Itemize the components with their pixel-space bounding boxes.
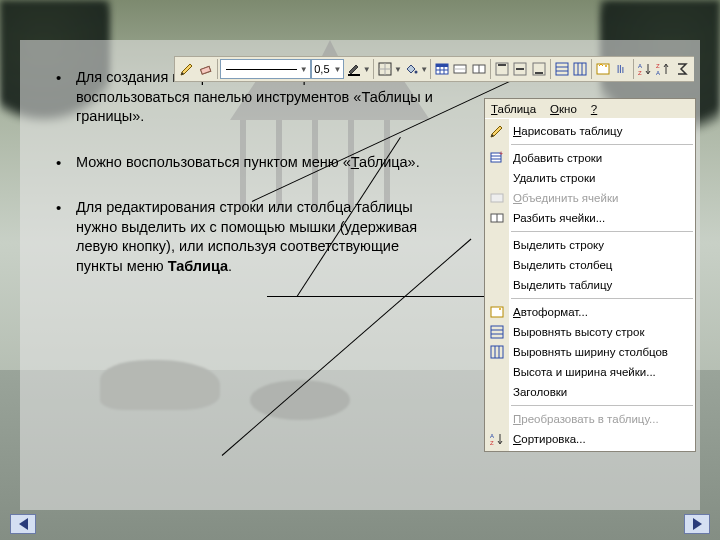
shading-color-button[interactable] — [402, 58, 420, 80]
merge-icon — [488, 190, 506, 206]
next-slide-button[interactable] — [684, 514, 710, 534]
align-bottom-button[interactable] — [530, 58, 548, 80]
dist-rows-icon — [488, 324, 506, 340]
pencil-icon — [488, 123, 506, 139]
table-menu-popup: Таблица Окно ? Нарисовать таблицу + Доба… — [484, 98, 696, 452]
menubar-help[interactable]: ? — [591, 103, 597, 115]
menu-headings[interactable]: Заголовки — [485, 382, 695, 402]
eraser-button[interactable] — [196, 58, 214, 80]
triangle-left-icon — [19, 518, 28, 530]
sort-asc-button[interactable]: AZ — [636, 58, 654, 80]
svg-rect-19 — [516, 68, 524, 70]
svg-rect-44 — [491, 326, 503, 338]
menu-insert-rows[interactable]: + Добавить строки — [485, 148, 695, 168]
menu-select-col[interactable]: Выделить столбец — [485, 255, 695, 275]
menu-cell-hw[interactable]: Высота и ширина ячейки... — [485, 362, 695, 382]
border-grid-icon — [377, 61, 393, 77]
svg-text:Z: Z — [656, 63, 660, 69]
table-icon — [434, 61, 450, 77]
svg-rect-21 — [535, 72, 543, 74]
insert-rows-icon: + — [488, 150, 506, 166]
autosum-button[interactable] — [673, 58, 691, 80]
svg-rect-39 — [491, 194, 503, 202]
svg-point-43 — [499, 308, 501, 310]
menu-merge-cells: Объединить ячейки — [485, 188, 695, 208]
sort-desc-button[interactable]: ZA — [654, 58, 672, 80]
align-middle-icon — [512, 61, 528, 77]
distribute-rows-button[interactable] — [553, 58, 571, 80]
merge-icon — [452, 61, 468, 77]
menu-delete-rows[interactable]: Удалить строки — [485, 168, 695, 188]
prev-slide-button[interactable] — [10, 514, 36, 534]
svg-text:A: A — [656, 70, 660, 76]
svg-text:Z: Z — [490, 440, 494, 446]
text-direction-icon: llı — [614, 61, 630, 77]
menu-split-cells[interactable]: Разбить ячейки... — [485, 208, 695, 228]
menu-select-table[interactable]: Выделить таблицу — [485, 275, 695, 295]
sort-za-icon: ZA — [655, 61, 671, 77]
merge-cells-button[interactable] — [451, 58, 469, 80]
align-middle-button[interactable] — [511, 58, 529, 80]
split-cells-button[interactable] — [470, 58, 488, 80]
svg-rect-22 — [556, 63, 568, 75]
border-color-button[interactable] — [344, 58, 362, 80]
borders-dropdown[interactable]: ▼ — [394, 65, 402, 74]
autoformat-icon — [488, 304, 506, 320]
svg-rect-47 — [491, 346, 503, 358]
menu-distribute-cols[interactable]: Выровнять ширину столбцов — [485, 342, 695, 362]
eraser-icon — [198, 61, 214, 77]
menubar-table[interactable]: Таблица — [491, 103, 536, 115]
svg-rect-2 — [348, 74, 360, 76]
dist-cols-icon — [488, 344, 506, 360]
bucket-icon — [403, 61, 419, 77]
sort-icon: AZ — [488, 431, 506, 447]
tables-borders-toolbar: ▼ 0,5▼ ▼ ▼ ▼ llı AZ — [174, 56, 694, 82]
menu-sort[interactable]: AZ Сортировка... — [485, 429, 695, 449]
svg-text:llı: llı — [617, 64, 624, 75]
draw-table-button[interactable] — [178, 58, 196, 80]
svg-text:+: + — [499, 150, 503, 157]
text-direction-button[interactable]: llı — [613, 58, 631, 80]
menu-select-row[interactable]: Выделить строку — [485, 235, 695, 255]
split-icon — [471, 61, 487, 77]
autoformat-icon — [595, 61, 611, 77]
pen-color-icon — [346, 61, 362, 77]
sort-az-icon: AZ — [637, 61, 653, 77]
autoformat-button[interactable] — [594, 58, 612, 80]
menu-distribute-rows[interactable]: Выровнять высоту строк — [485, 322, 695, 342]
pointer-line-3 — [267, 296, 492, 297]
align-bottom-icon — [531, 61, 547, 77]
svg-rect-1 — [200, 66, 210, 74]
align-top-icon — [494, 61, 510, 77]
distribute-cols-button[interactable] — [571, 58, 589, 80]
svg-text:A: A — [638, 63, 642, 69]
svg-text:A: A — [490, 433, 494, 439]
borders-button[interactable] — [376, 58, 394, 80]
shading-dropdown[interactable]: ▼ — [420, 65, 428, 74]
svg-text:Z: Z — [638, 70, 642, 76]
svg-point-29 — [605, 65, 607, 67]
bullet-3: Для редактирования строки или столбца та… — [54, 198, 440, 276]
line-weight-combo[interactable]: 0,5▼ — [311, 59, 345, 79]
svg-point-6 — [415, 71, 418, 74]
dist-rows-icon — [554, 61, 570, 77]
menubar-window[interactable]: Окно — [550, 103, 577, 115]
line-style-combo[interactable]: ▼ — [220, 59, 311, 79]
align-top-button[interactable] — [493, 58, 511, 80]
menu-draw-table[interactable]: Нарисовать таблицу — [485, 121, 695, 141]
svg-rect-8 — [436, 64, 448, 67]
svg-rect-25 — [574, 63, 586, 75]
insert-table-button[interactable] — [433, 58, 451, 80]
menu-bar: Таблица Окно ? — [485, 99, 695, 119]
border-color-dropdown[interactable]: ▼ — [363, 65, 371, 74]
sigma-icon — [674, 61, 690, 77]
triangle-right-icon — [693, 518, 702, 530]
menu-autoformat[interactable]: Автоформат... — [485, 302, 695, 322]
pencil-icon — [179, 61, 195, 77]
svg-rect-42 — [491, 307, 503, 317]
split-icon — [488, 210, 506, 226]
menu-convert: Преобразовать в таблицу... — [485, 409, 695, 429]
table-menu: Нарисовать таблицу + Добавить строки Уда… — [485, 119, 695, 451]
dist-cols-icon — [572, 61, 588, 77]
svg-rect-17 — [498, 64, 506, 66]
